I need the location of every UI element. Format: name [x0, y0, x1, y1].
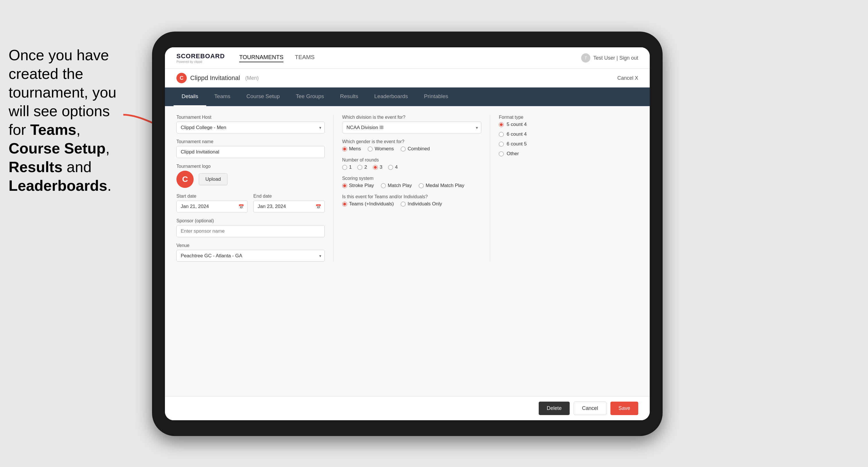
sponsor-group: Sponsor (optional): [177, 218, 325, 237]
tablet-screen: SCOREBOARD Powered by clippd TOURNAMENTS…: [165, 47, 650, 420]
scoring-group: Scoring system Stroke Play Match Play: [342, 176, 482, 188]
start-date-group: Start date: [177, 194, 248, 213]
tablet-shell: SCOREBOARD Powered by clippd TOURNAMENTS…: [152, 32, 662, 436]
individuals-only-radio[interactable]: [401, 201, 406, 207]
format-5count4-label: 5 count 4: [506, 122, 527, 127]
tournament-name-input[interactable]: [177, 146, 325, 158]
venue-select-wrapper: Peachtree GC - Atlanta - GA: [177, 250, 325, 261]
tournament-host-label: Tournament Host: [177, 115, 325, 120]
teams-plus-individuals-label: Teams (+Individuals): [349, 201, 394, 207]
scoring-medal-radio[interactable]: [419, 183, 424, 188]
tournament-logo-label: Tournament logo: [177, 164, 325, 169]
form-left: Tournament Host Clippd College - Men Tou…: [177, 115, 325, 261]
gender-mens-radio[interactable]: [342, 147, 347, 152]
tab-printables[interactable]: Printables: [416, 88, 456, 106]
instruction-text: Once you have created the tournament, yo…: [9, 47, 117, 194]
tab-results[interactable]: Results: [332, 88, 366, 106]
venue-select[interactable]: Peachtree GC - Atlanta - GA: [177, 250, 325, 261]
rounds-2-option[interactable]: 2: [358, 164, 367, 170]
scoring-stroke-option[interactable]: Stroke Play: [342, 183, 374, 188]
tournament-type: (Men): [245, 75, 259, 81]
tab-course-setup[interactable]: Course Setup: [238, 88, 288, 106]
scoring-medal-option[interactable]: Medal Match Play: [419, 183, 464, 188]
format-6count4-radio[interactable]: [499, 132, 504, 137]
nav-links: TOURNAMENTS TEAMS: [239, 54, 315, 62]
gender-combined-radio[interactable]: [401, 147, 406, 152]
rounds-3-radio[interactable]: [373, 165, 378, 170]
cancel-button[interactable]: Cancel X: [617, 75, 638, 81]
scoring-stroke-label: Stroke Play: [349, 183, 374, 188]
footer-cancel-button[interactable]: Cancel: [574, 402, 607, 415]
gender-combined-option[interactable]: Combined: [401, 146, 430, 152]
tab-tee-groups[interactable]: Tee Groups: [288, 88, 332, 106]
content-area: Tournament Host Clippd College - Men Tou…: [165, 106, 650, 396]
format-6count5-label: 6 count 5: [506, 141, 527, 147]
tab-leaderboards[interactable]: Leaderboards: [366, 88, 416, 106]
rounds-4-option[interactable]: 4: [388, 164, 398, 170]
format-other-option[interactable]: Other: [499, 151, 638, 157]
save-button[interactable]: Save: [611, 402, 638, 415]
form-right: Format type 5 count 4 6 count 4: [490, 115, 638, 261]
delete-button[interactable]: Delete: [539, 402, 570, 415]
rounds-1-label: 1: [349, 164, 352, 170]
rounds-1-option[interactable]: 1: [342, 164, 352, 170]
header-right: T Test User | Sign out: [581, 53, 638, 63]
gender-combined-label: Combined: [408, 146, 430, 152]
rounds-4-radio[interactable]: [388, 165, 393, 170]
breadcrumb-row: C Clippd Invitational (Men) Cancel X: [165, 69, 650, 88]
teams-radio-group: Teams (+Individuals) Individuals Only: [342, 201, 482, 207]
division-group: Which division is the event for? NCAA Di…: [342, 115, 482, 133]
start-date-input[interactable]: [177, 200, 248, 213]
date-row: Start date End date: [177, 194, 325, 213]
teams-plus-individuals-radio[interactable]: [342, 201, 347, 207]
rounds-2-radio[interactable]: [358, 165, 362, 170]
tournament-host-select[interactable]: Clippd College - Men: [177, 122, 325, 133]
format-6count5-radio[interactable]: [499, 142, 504, 147]
form-middle: Which division is the event for? NCAA Di…: [333, 115, 482, 261]
user-sign-out[interactable]: Test User | Sign out: [593, 55, 638, 61]
sponsor-label: Sponsor (optional): [177, 218, 325, 223]
gender-womens-radio[interactable]: [368, 147, 373, 152]
end-date-group: End date: [253, 194, 324, 213]
format-other-radio[interactable]: [499, 152, 504, 156]
rounds-3-option[interactable]: 3: [373, 164, 382, 170]
tab-teams[interactable]: Teams: [206, 88, 238, 106]
rounds-3-label: 3: [380, 164, 382, 170]
division-select[interactable]: NCAA Division III: [342, 122, 482, 133]
format-5count4-radio[interactable]: [499, 122, 504, 127]
tournament-logo-group: Tournament logo C Upload: [177, 164, 325, 188]
tournament-icon: C: [177, 73, 187, 83]
tournament-name-group: Tournament name: [177, 139, 325, 158]
rounds-1-radio[interactable]: [342, 165, 347, 170]
teams-plus-individuals-option[interactable]: Teams (+Individuals): [342, 201, 394, 207]
upload-button[interactable]: Upload: [199, 173, 227, 185]
scoring-label: Scoring system: [342, 176, 482, 181]
scoring-match-option[interactable]: Match Play: [381, 183, 412, 188]
individuals-only-option[interactable]: Individuals Only: [401, 201, 442, 207]
app-header: SCOREBOARD Powered by clippd TOURNAMENTS…: [165, 47, 650, 69]
form-columns: Tournament Host Clippd College - Men Tou…: [177, 115, 638, 261]
avatar: T: [581, 53, 590, 63]
division-label: Which division is the event for?: [342, 115, 482, 120]
teams-group: Is this event for Teams and/or Individua…: [342, 194, 482, 207]
nav-teams[interactable]: TEAMS: [295, 54, 315, 62]
format-label: Format type: [499, 115, 638, 120]
start-date-wrapper: [177, 200, 248, 213]
format-radio-group: 5 count 4 6 count 4 6 count 5: [499, 122, 638, 157]
end-date-input[interactable]: [253, 200, 324, 213]
scoring-match-radio[interactable]: [381, 183, 386, 188]
format-5count4-option[interactable]: 5 count 4: [499, 122, 638, 127]
gender-mens-label: Mens: [349, 146, 361, 152]
gender-mens-option[interactable]: Mens: [342, 146, 361, 152]
format-group: Format type 5 count 4 6 count 4: [499, 115, 638, 157]
gender-womens-option[interactable]: Womens: [368, 146, 394, 152]
sponsor-input[interactable]: [177, 225, 325, 237]
format-6count5-option[interactable]: 6 count 5: [499, 141, 638, 147]
rounds-radio-group: 1 2 3 4: [342, 164, 482, 170]
tournament-name-label: Tournament name: [177, 139, 325, 144]
nav-tournaments[interactable]: TOURNAMENTS: [239, 54, 283, 62]
scoring-stroke-radio[interactable]: [342, 183, 347, 188]
footer-bar: Delete Cancel Save: [165, 396, 650, 420]
tab-details[interactable]: Details: [174, 88, 206, 106]
format-6count4-option[interactable]: 6 count 4: [499, 131, 638, 137]
